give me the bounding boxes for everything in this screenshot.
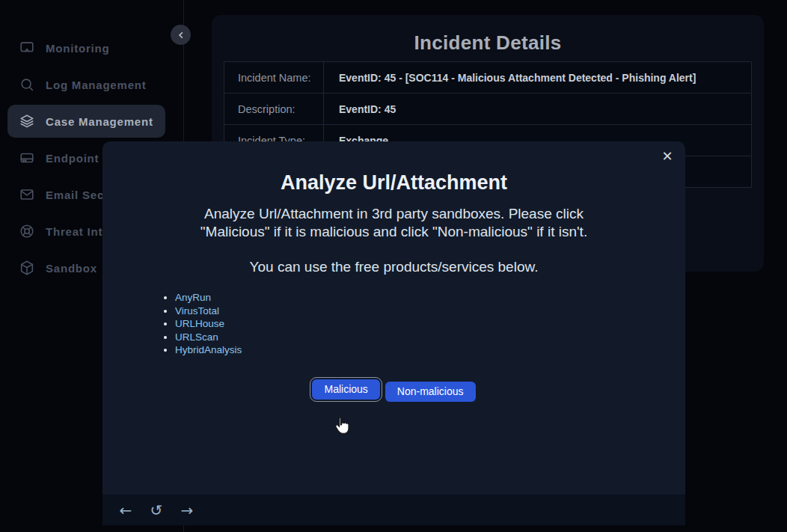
link-urlhouse[interactable]: URLHouse [175, 318, 224, 329]
row-label: Description: [224, 94, 324, 124]
mail-icon [19, 186, 35, 203]
sidebar-item-label: Endpoint [46, 152, 99, 165]
sidebar-item-label: Monitoring [46, 42, 109, 55]
sidebar-item-case-management[interactable]: Case Management [7, 105, 165, 138]
link-hybridanalysis[interactable]: HybridAnalysis [175, 344, 242, 355]
row-value: EventID: 45 - [SOC114 - Malicious Attach… [324, 62, 751, 93]
close-icon[interactable]: ✕ [658, 147, 676, 165]
sidebar-item-log-management[interactable]: Log Management [7, 68, 165, 101]
non-malicious-button[interactable]: Non-malicious [385, 382, 476, 402]
list-item: HybridAnalysis [175, 343, 685, 357]
page-title: Incident Details [212, 15, 764, 55]
sidebar-item-label: Case Management [46, 115, 153, 128]
sidebar-item-label: Email Sec [46, 189, 104, 201]
table-row: Incident Name: EventID: 45 - [SOC114 - M… [224, 62, 751, 94]
sandbox-services-list: AnyRun VirusTotal URLHouse URLScan Hybri… [102, 291, 685, 357]
cube-icon [19, 260, 35, 276]
forward-arrow-icon[interactable]: → [180, 503, 195, 518]
server-icon [19, 150, 35, 166]
list-item: URLHouse [175, 317, 685, 331]
modal-body: ✕ Analyze Url/Attachment Analyze Url/Att… [102, 141, 685, 495]
malicious-button[interactable]: Malicious [312, 379, 379, 400]
link-virustotal[interactable]: VirusTotal [175, 305, 219, 317]
layers-icon [19, 113, 35, 129]
refresh-icon[interactable]: ↺ [149, 503, 164, 518]
lifebuoy-icon [19, 223, 35, 239]
link-urlscan[interactable]: URLScan [175, 331, 218, 343]
search-icon [19, 76, 35, 93]
modal-title: Analyze Url/Attachment [102, 141, 685, 195]
modal-instructions: Analyze Url/Attachment in 3rd party sand… [171, 205, 618, 241]
sidebar-collapse-button[interactable] [171, 25, 191, 45]
list-item: AnyRun [175, 291, 685, 305]
list-item: VirusTotal [175, 305, 685, 318]
sidebar-item-label: Sandbox [46, 262, 97, 275]
list-item: URLScan [175, 331, 685, 344]
row-label: Incident Name: [224, 62, 324, 93]
sidebar-item-label: Log Management [46, 79, 147, 91]
modal-nav-bar: ← ↺ → [102, 495, 685, 525]
chevron-left-icon [176, 30, 186, 40]
monitor-icon [19, 40, 35, 56]
link-anyrun[interactable]: AnyRun [175, 292, 211, 303]
analyze-url-attachment-modal: ✕ Analyze Url/Attachment Analyze Url/Att… [102, 141, 685, 525]
sidebar-item-label: Threat Int [46, 225, 102, 238]
sidebar-item-monitoring[interactable]: Monitoring [7, 31, 165, 64]
back-arrow-icon[interactable]: ← [118, 503, 133, 518]
table-row: Description: EventID: 45 [224, 94, 751, 125]
modal-actions: Malicious Non-malicious [102, 379, 685, 402]
row-value: EventID: 45 [324, 94, 751, 124]
modal-subtext: You can use the free products/services b… [102, 259, 685, 275]
